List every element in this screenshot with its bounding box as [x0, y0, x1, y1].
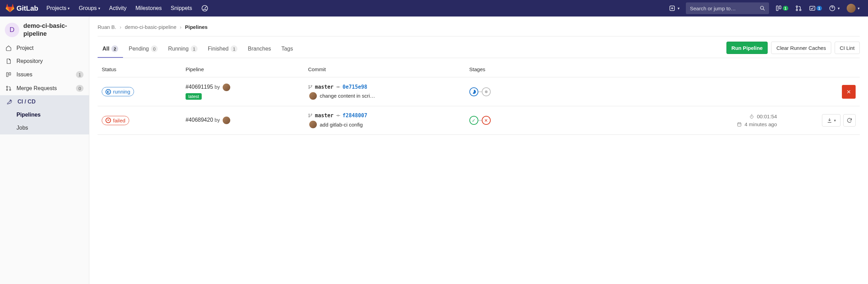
rocket-icon	[7, 99, 13, 105]
nav-milestones-label: Milestones	[135, 5, 162, 11]
stopwatch-icon	[749, 114, 754, 119]
sidebar-item-issues[interactable]: Issues 1	[0, 68, 89, 81]
issues-icon	[775, 5, 782, 12]
avatar[interactable]	[223, 84, 230, 91]
commit-sha[interactable]: f2848007	[343, 112, 367, 119]
nav-activity-label: Activity	[109, 5, 127, 11]
commit-message[interactable]: change content in scri…	[320, 93, 375, 99]
chevron-down-icon: ▾	[98, 6, 100, 11]
branch-icon	[308, 113, 313, 118]
svg-point-5	[796, 6, 798, 7]
tab-all[interactable]: All 2	[98, 41, 123, 58]
tab-label: Running	[168, 46, 189, 52]
sidebar: D demo-ci-basic-pipeline Project Reposit…	[0, 17, 89, 284]
gitlab-logo[interactable]: GitLab	[5, 4, 38, 13]
sidebar-item-project[interactable]: Project	[0, 42, 89, 55]
chevron-down-icon: ▾	[68, 6, 70, 11]
stage-success[interactable]: ✓	[469, 116, 478, 125]
ci-lint-button[interactable]: CI Lint	[835, 42, 860, 54]
th-stages: Stages	[465, 62, 671, 77]
tab-label: All	[102, 46, 109, 52]
nav-merge-requests[interactable]	[792, 3, 805, 14]
nav-todos[interactable]: 1	[806, 3, 825, 14]
clear-caches-button[interactable]: Clear Runner Caches	[771, 42, 831, 54]
pipeline-id[interactable]: #40689420	[186, 117, 213, 123]
nav-new-dropdown[interactable]: ▾	[666, 3, 682, 14]
stage-running[interactable]	[469, 87, 478, 96]
commit-sha[interactable]: 0e715e98	[343, 84, 367, 90]
search-box[interactable]	[686, 2, 769, 14]
th-status: Status	[98, 62, 181, 77]
branch-name[interactable]: master	[315, 84, 333, 90]
retry-pipeline-button[interactable]	[843, 114, 856, 127]
th-time	[671, 62, 781, 77]
nav-groups[interactable]: Groups ▾	[75, 0, 104, 17]
sidebar-item-merge-requests[interactable]: Merge Requests 0	[0, 81, 89, 95]
run-pipeline-button[interactable]: Run Pipeline	[726, 42, 768, 54]
tab-tags[interactable]: Tags	[277, 41, 298, 58]
tab-label: Tags	[281, 46, 293, 52]
tab-finished[interactable]: Finished 1	[203, 41, 242, 58]
issues-count: 1	[76, 71, 84, 78]
avatar[interactable]	[309, 92, 317, 100]
failed-icon: ✕	[105, 118, 111, 123]
nav-help[interactable]: ▾	[826, 3, 843, 14]
tab-pending[interactable]: Pending 0	[124, 41, 163, 58]
nav-performance-bar[interactable]	[197, 0, 213, 17]
avatar[interactable]	[223, 117, 230, 124]
sidebar-item-label: CI / CD	[18, 99, 35, 105]
chevron-down-icon: ▾	[838, 6, 840, 11]
tab-count: 0	[151, 45, 158, 52]
sidebar-sub-pipelines[interactable]: Pipelines	[0, 108, 89, 121]
download-icon	[826, 117, 833, 123]
search-input[interactable]	[689, 5, 756, 12]
stages-graph	[469, 87, 667, 96]
pipeline-id[interactable]: #40691195	[186, 84, 213, 90]
avatar[interactable]	[309, 121, 317, 128]
sidebar-item-repository[interactable]: Repository	[0, 55, 89, 68]
search-icon	[759, 5, 766, 11]
nav-milestones[interactable]: Milestones	[131, 0, 166, 17]
nav-snippets[interactable]: Snippets	[167, 0, 196, 17]
stage-created[interactable]	[482, 87, 491, 96]
status-badge-running[interactable]: ◐ running	[102, 87, 134, 96]
nav-user-menu[interactable]: ▾	[844, 3, 863, 14]
cancel-pipeline-button[interactable]	[842, 85, 856, 99]
nav-right: ▾ 1 1 ▾ ▾	[666, 2, 863, 14]
nav-issues[interactable]: 1	[772, 3, 791, 14]
home-icon	[5, 45, 12, 51]
sidebar-sub-jobs[interactable]: Jobs	[0, 121, 89, 134]
project-name: demo-ci-basic-pipeline	[23, 22, 84, 37]
project-header[interactable]: D demo-ci-basic-pipeline	[0, 19, 89, 42]
breadcrumb-owner[interactable]: Ruan B.	[98, 24, 116, 30]
svg-point-14	[10, 89, 11, 91]
running-icon: ◐	[105, 89, 111, 95]
help-icon	[829, 5, 836, 12]
svg-point-12	[7, 86, 8, 88]
finished-text: 4 minutes ago	[745, 121, 777, 127]
table-row: ✕ failed #40689420 by	[98, 106, 860, 135]
breadcrumb-separator: ›	[180, 24, 181, 30]
close-icon	[846, 89, 852, 95]
pipeline-by-label: by	[214, 117, 220, 123]
duration-text: 00:01:54	[757, 113, 777, 119]
issues-count-badge: 1	[783, 6, 788, 11]
svg-point-18	[311, 85, 312, 86]
nav-activity[interactable]: Activity	[105, 0, 131, 17]
tab-branches[interactable]: Branches	[243, 41, 276, 58]
nav-projects[interactable]: Projects ▾	[42, 0, 74, 17]
file-icon	[5, 58, 12, 64]
breadcrumb-project[interactable]: demo-ci-basic-pipeline	[125, 24, 176, 30]
latest-badge: latest	[186, 93, 202, 100]
tab-running[interactable]: Running 1	[163, 41, 202, 58]
sidebar-item-cicd[interactable]: CI / CD	[0, 95, 89, 108]
manual-actions-dropdown[interactable]: ▾	[822, 114, 841, 127]
branch-name[interactable]: master	[315, 112, 333, 119]
sidebar-item-label: Issues	[16, 72, 32, 78]
project-avatar: D	[5, 23, 19, 37]
commit-message[interactable]: add gitlab-ci config	[320, 122, 363, 128]
svg-point-6	[796, 9, 798, 11]
stage-failed[interactable]: ✕	[482, 116, 491, 125]
status-badge-failed[interactable]: ✕ failed	[102, 116, 129, 125]
stage-connector	[478, 91, 482, 92]
